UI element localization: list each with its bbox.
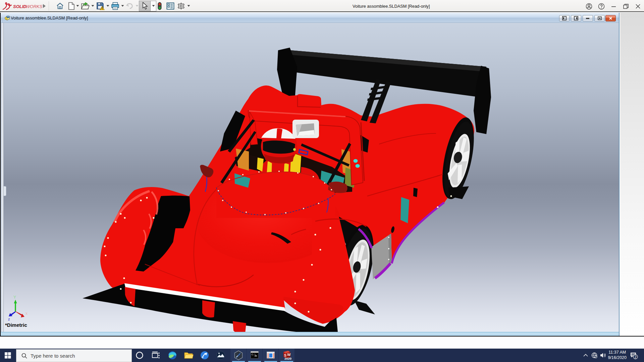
svg-text:Y: Y: [13, 295, 16, 300]
svg-text:2: 2: [634, 355, 636, 359]
svg-text:C:\: C:\: [252, 353, 256, 356]
svg-text:W: W: [287, 353, 291, 357]
svg-text:z: z: [8, 317, 10, 320]
svg-text:2020: 2020: [284, 357, 291, 360]
svg-text:x: x: [25, 311, 28, 316]
svg-text:SOLID: SOLID: [13, 4, 26, 9]
svg-text:WORKS: WORKS: [26, 4, 42, 9]
